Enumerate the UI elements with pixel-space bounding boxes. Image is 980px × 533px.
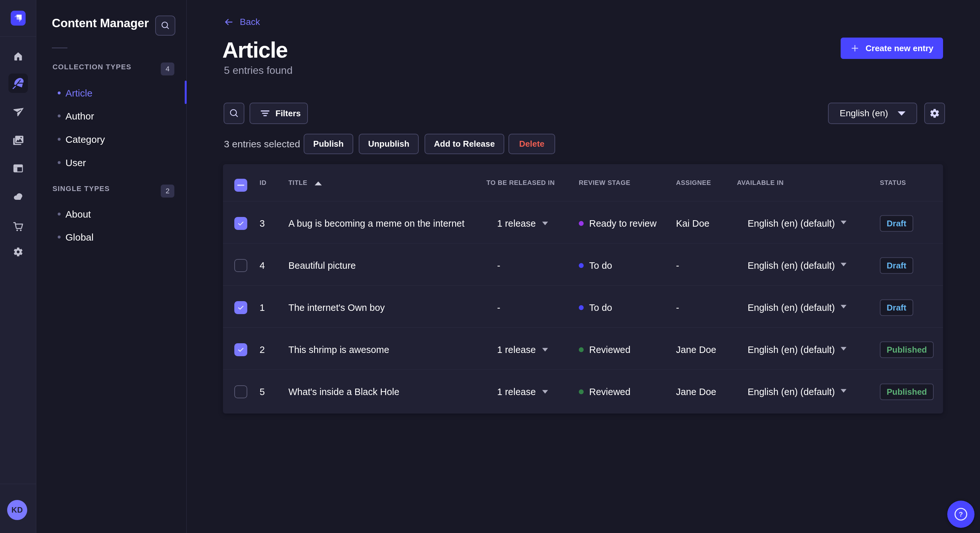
settings-button[interactable] [924, 103, 945, 124]
back-label: Back [240, 17, 260, 27]
page-subtitle: 5 entries found [224, 65, 293, 76]
selection-count: 3 entries selected [224, 139, 300, 150]
cell-available-in[interactable]: English (en) (default) [748, 260, 835, 271]
subnav-item-about[interactable]: About [36, 203, 186, 226]
subnav-item-author[interactable]: Author [36, 105, 186, 128]
column-header-available[interactable]: AVAILABLE IN [737, 179, 784, 187]
cell-release[interactable]: 1 release [497, 387, 548, 397]
row-checkbox[interactable] [234, 301, 247, 314]
stage-dot [579, 263, 584, 268]
sidebar-item-media-library[interactable] [8, 130, 28, 150]
bullet-icon [58, 236, 60, 239]
cell-status: Draft [880, 215, 913, 232]
cell-review-stage: Reviewed [579, 344, 630, 355]
cell-title: A bug is becoming a meme on the internet [288, 218, 465, 228]
cell-release[interactable]: 1 release [497, 218, 548, 228]
unpublish-button[interactable]: Unpublish [359, 134, 419, 154]
search-icon [229, 108, 239, 118]
status-badge: Draft [880, 215, 913, 232]
avatar[interactable]: KD [7, 500, 27, 520]
locale-select[interactable]: English (en) [828, 103, 917, 124]
strapi-logo-icon [11, 11, 25, 25]
sidebar-item-marketplace[interactable] [8, 217, 28, 236]
arrow-left-icon [224, 17, 234, 27]
column-header-assignee[interactable]: ASSIGNEE [676, 179, 711, 187]
page-title: Article [222, 37, 288, 62]
subnav-item-article[interactable]: Article [36, 82, 186, 105]
cell-title: This shrimp is awesome [288, 344, 389, 355]
chevron-down-icon [841, 263, 846, 266]
cell-title: What's inside a Black Hole [288, 387, 399, 397]
sidebar-item-content-type-builder[interactable] [8, 159, 28, 178]
cell-review-stage: Reviewed [579, 387, 630, 397]
main-nav-rail: KD [0, 0, 36, 533]
search-icon [161, 21, 170, 30]
check-icon [237, 346, 245, 354]
stage-dot [579, 221, 584, 226]
home-icon [13, 51, 24, 62]
subnav-item-user[interactable]: User [36, 151, 186, 174]
cell-id: 4 [259, 260, 265, 271]
cell-review-stage: Ready to review [579, 218, 657, 228]
cell-id: 1 [259, 302, 265, 313]
gear-icon [13, 246, 24, 257]
sidebar-item-content-manager[interactable] [8, 73, 28, 93]
status-badge: Published [880, 341, 934, 358]
chevron-down-icon [841, 389, 846, 393]
row-checkbox[interactable] [234, 217, 247, 230]
cell-available-in[interactable]: English (en) (default) [748, 387, 835, 397]
add-to-release-button[interactable]: Add to Release [425, 134, 504, 154]
cell-available-in[interactable]: English (en) (default) [748, 302, 835, 313]
cell-assignee: Jane Doe [676, 344, 716, 355]
feather-icon [12, 78, 24, 89]
delete-button[interactable]: Delete [509, 134, 555, 154]
table-row: 1 The internet's Own boy - To do - Engli… [223, 286, 943, 328]
shopping-cart-icon [12, 220, 24, 232]
column-header-stage[interactable]: REVIEW STAGE [579, 179, 630, 187]
cell-id: 2 [259, 344, 265, 355]
status-badge: Published [880, 384, 934, 400]
bullet-icon [58, 92, 60, 95]
sidebar-item-deploy[interactable] [8, 187, 28, 206]
table-row: 3 A bug is becoming a meme on the intern… [223, 201, 943, 244]
cell-assignee: Kai Doe [676, 218, 710, 228]
cell-id: 5 [259, 387, 265, 397]
table-row: 2 This shrimp is awesome 1 release Revie… [223, 328, 943, 370]
cell-available-in[interactable]: English (en) (default) [748, 218, 835, 228]
help-button[interactable]: ? [947, 501, 975, 528]
cell-status: Draft [880, 257, 913, 274]
sidebar-item-home[interactable] [8, 47, 28, 66]
subnav-search-button[interactable] [155, 16, 175, 36]
cell-release[interactable]: 1 release [497, 344, 548, 355]
bullet-icon [58, 138, 60, 141]
column-header-release[interactable]: TO BE RELEASED IN [487, 179, 555, 187]
column-header-status[interactable]: STATUS [880, 179, 906, 187]
svg-text:?: ? [959, 510, 963, 518]
create-new-entry-button[interactable]: Create new entry [841, 38, 943, 59]
search-button[interactable] [224, 103, 244, 124]
cell-release: - [497, 260, 500, 271]
row-checkbox[interactable] [234, 385, 247, 398]
section-label-collection-types: COLLECTION TYPES [52, 63, 132, 71]
sort-ascending-icon [315, 181, 322, 185]
checkbox-indeterminate [234, 179, 247, 192]
column-header-title[interactable]: TITLE [288, 179, 322, 187]
cell-available-in[interactable]: English (en) (default) [748, 344, 835, 355]
filters-button[interactable]: Filters [250, 103, 308, 124]
subnav-item-category[interactable]: Category [36, 128, 186, 151]
filter-icon [261, 109, 270, 117]
row-checkbox[interactable] [234, 343, 247, 356]
cell-assignee: Jane Doe [676, 387, 716, 397]
back-link[interactable]: Back [224, 17, 260, 27]
subnav-item-global[interactable]: Global [36, 226, 186, 249]
sidebar-item-settings[interactable] [8, 242, 28, 262]
chevron-down-icon [898, 111, 905, 116]
strapi-logo[interactable] [11, 11, 25, 25]
select-all-checkbox[interactable] [234, 179, 247, 192]
chevron-down-icon [542, 222, 548, 225]
column-header-id[interactable]: ID [259, 179, 266, 187]
publish-button[interactable]: Publish [304, 134, 353, 154]
row-checkbox[interactable] [234, 259, 247, 272]
sidebar-item-releases[interactable] [8, 102, 28, 121]
gear-icon [929, 108, 940, 119]
